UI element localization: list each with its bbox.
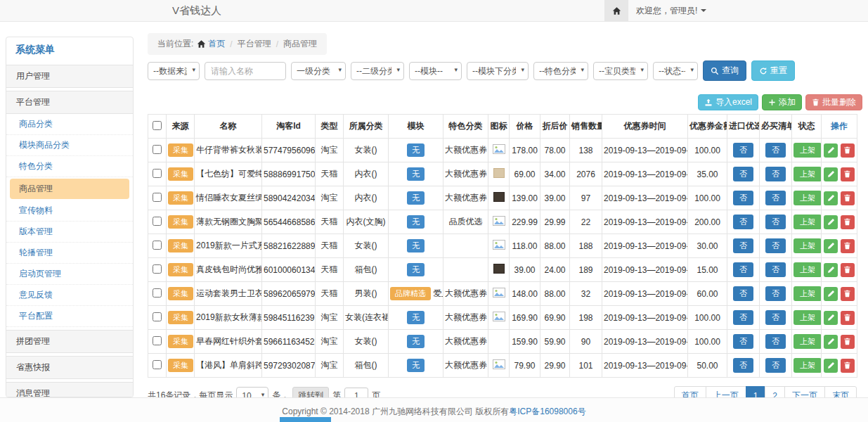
sidebar-item-3[interactable]: 模块商品分类 xyxy=(6,135,133,156)
sidebar-item-13[interactable]: 省惠快报 xyxy=(6,356,133,379)
row-checkbox[interactable] xyxy=(153,288,162,298)
status-button[interactable]: 上架 xyxy=(793,286,822,301)
name-search-input[interactable] xyxy=(205,62,286,80)
sidebar-item-8[interactable]: 轮播管理 xyxy=(6,243,133,264)
import-optimal-toggle[interactable]: 否 xyxy=(733,143,753,158)
row-checkbox[interactable] xyxy=(153,217,162,226)
filter-select-5[interactable]: --模块下分类-- xyxy=(467,62,529,80)
must-buy-toggle[interactable]: 否 xyxy=(765,286,786,301)
edit-button[interactable] xyxy=(824,167,838,181)
must-buy-toggle[interactable]: 否 xyxy=(765,262,786,277)
filter-select-wrap-6: --特色分类-- xyxy=(533,62,588,80)
row-checkbox[interactable] xyxy=(153,193,162,202)
filter-select-6[interactable]: --特色分类-- xyxy=(533,62,588,80)
edit-button[interactable] xyxy=(824,215,838,229)
select-all-checkbox[interactable] xyxy=(153,121,162,130)
module-badge: 无 xyxy=(407,215,425,229)
filter-select-8[interactable]: --状态-- xyxy=(653,62,698,80)
edit-button[interactable] xyxy=(824,239,838,253)
sidebar-item-5-active[interactable]: 商品管理 xyxy=(10,179,129,199)
must-buy-toggle[interactable]: 否 xyxy=(765,238,786,253)
icp-link[interactable]: 粤ICP备16098006号 xyxy=(509,407,585,416)
edit-button[interactable] xyxy=(824,191,838,205)
edit-button[interactable] xyxy=(824,143,838,158)
taoke-id-cell: 601000601341 xyxy=(262,258,316,282)
delete-button[interactable] xyxy=(841,167,855,181)
coupon-time-cell: 2019-09-13—2019-09-17 xyxy=(602,306,688,330)
sidebar-item-14[interactable]: 消息管理 xyxy=(6,382,133,397)
filter-select-2[interactable]: 一级分类 xyxy=(291,62,346,80)
status-button[interactable]: 上架 xyxy=(793,262,822,277)
import-excel-button[interactable]: 导入excel xyxy=(698,94,758,110)
status-button[interactable]: 上架 xyxy=(793,191,822,205)
must-buy-toggle[interactable]: 否 xyxy=(765,358,786,373)
delete-button[interactable] xyxy=(841,287,855,301)
row-checkbox[interactable] xyxy=(153,264,162,274)
delete-button[interactable] xyxy=(841,143,855,158)
edit-button[interactable] xyxy=(824,287,838,301)
status-button[interactable]: 上架 xyxy=(793,238,822,253)
search-button[interactable]: 查询 xyxy=(703,60,746,81)
taoke-id-cell: 577479560965 xyxy=(262,139,316,162)
status-button[interactable]: 上架 xyxy=(793,215,822,229)
filter-select-7[interactable]: --宝贝类型-- xyxy=(593,62,648,80)
must-buy-toggle[interactable]: 否 xyxy=(765,334,786,349)
delete-button[interactable] xyxy=(841,311,855,325)
import-optimal-toggle[interactable]: 否 xyxy=(733,191,753,205)
delete-button[interactable] xyxy=(841,263,855,277)
sidebar-item-0[interactable]: 用户管理 xyxy=(6,65,133,88)
must-buy-toggle[interactable]: 否 xyxy=(765,167,786,181)
import-optimal-toggle[interactable]: 否 xyxy=(733,238,753,253)
sidebar-item-2[interactable]: 商品分类 xyxy=(6,114,133,135)
sidebar-item-6[interactable]: 宣传物料 xyxy=(6,200,133,222)
filter-select-0[interactable]: --数据来源-- xyxy=(148,62,200,80)
sidebar-item-4[interactable]: 特色分类 xyxy=(6,156,133,177)
edit-button[interactable] xyxy=(824,311,838,325)
row-checkbox[interactable] xyxy=(153,336,162,345)
batch-delete-button[interactable]: 批量删除 xyxy=(805,94,862,110)
sidebar-item-10[interactable]: 意见反馈 xyxy=(6,285,133,306)
row-checkbox[interactable] xyxy=(153,241,162,250)
row-checkbox[interactable] xyxy=(153,169,162,178)
user-menu[interactable]: 欢迎您，管理员! xyxy=(636,0,706,21)
filter-select-4[interactable]: --模块-- xyxy=(409,62,462,80)
sidebar-item-7[interactable]: 版本管理 xyxy=(6,222,133,243)
reset-button[interactable]: 重置 xyxy=(751,60,795,81)
edit-button[interactable] xyxy=(824,263,838,277)
status-button[interactable]: 上架 xyxy=(793,167,822,181)
filter-select-3[interactable]: --二级分类-- xyxy=(351,62,404,80)
must-buy-toggle[interactable]: 否 xyxy=(765,215,786,229)
import-optimal-toggle[interactable]: 否 xyxy=(733,286,753,301)
edit-button[interactable] xyxy=(824,335,838,349)
must-buy-toggle[interactable]: 否 xyxy=(765,143,786,158)
row-checkbox[interactable] xyxy=(153,312,162,321)
import-optimal-toggle[interactable]: 否 xyxy=(733,167,753,181)
row-checkbox[interactable] xyxy=(153,145,162,154)
delete-button[interactable] xyxy=(841,359,855,373)
navbar-home-button[interactable] xyxy=(604,0,628,21)
import-optimal-toggle[interactable]: 否 xyxy=(733,358,753,373)
sidebar-item-9[interactable]: 启动页管理 xyxy=(6,264,133,285)
must-buy-toggle[interactable]: 否 xyxy=(765,310,786,325)
import-optimal-toggle[interactable]: 否 xyxy=(733,310,753,325)
must-buy-toggle[interactable]: 否 xyxy=(765,191,786,205)
breadcrumb-home-link[interactable]: 首页 xyxy=(197,38,225,50)
delete-button[interactable] xyxy=(841,191,855,205)
import-optimal-toggle[interactable]: 否 xyxy=(733,215,753,229)
edit-button[interactable] xyxy=(824,359,838,373)
delete-button[interactable] xyxy=(841,239,855,253)
status-button[interactable]: 上架 xyxy=(793,143,822,158)
status-button[interactable]: 上架 xyxy=(793,334,822,349)
import-optimal-toggle[interactable]: 否 xyxy=(733,334,753,349)
status-button[interactable]: 上架 xyxy=(793,310,822,325)
import-optimal-toggle[interactable]: 否 xyxy=(733,262,753,277)
app-brand: V省钱达人 xyxy=(172,0,221,21)
delete-button[interactable] xyxy=(841,215,855,229)
delete-button[interactable] xyxy=(841,335,855,349)
add-button[interactable]: 添加 xyxy=(762,94,802,110)
status-button[interactable]: 上架 xyxy=(793,358,822,373)
row-checkbox[interactable] xyxy=(153,360,162,369)
sidebar-item-11[interactable]: 平台配置 xyxy=(6,306,133,327)
sidebar-item-12[interactable]: 拼团管理 xyxy=(6,330,133,353)
sidebar-item-1[interactable]: 平台管理 xyxy=(6,91,133,114)
